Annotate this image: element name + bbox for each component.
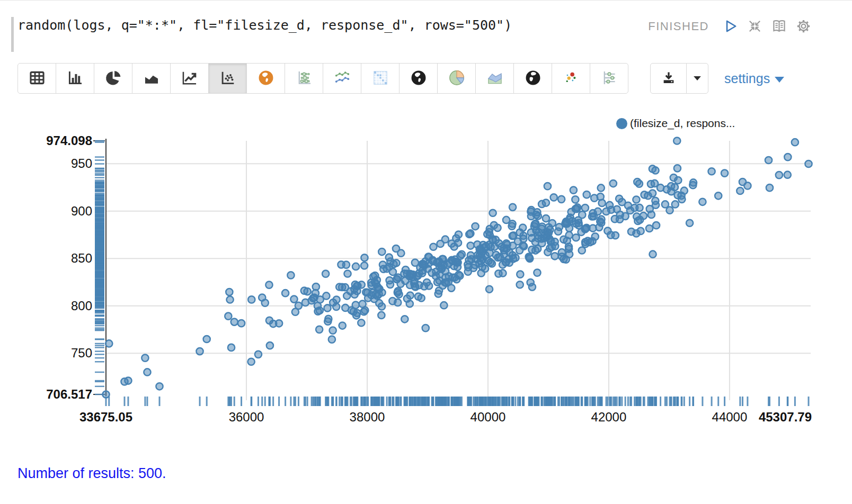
settings-toggle[interactable]: settings (724, 63, 784, 94)
chart-type-bubble-matrix-button[interactable] (285, 63, 323, 94)
code-editor[interactable]: random(logs, q="*:*", fl="filesize_d, re… (0, 0, 852, 63)
line-chart-icon (181, 69, 199, 88)
globe-orange-icon (257, 69, 275, 88)
svg-text:800: 800 (71, 299, 92, 313)
chart-type-multi-line-button[interactable] (323, 63, 361, 94)
chart-type-area-colored-button[interactable] (475, 63, 514, 94)
download-icon (661, 70, 677, 87)
download-split-button (650, 63, 708, 94)
plot-canvas[interactable]: 974.098950900850800750706.51733675.05360… (0, 94, 852, 433)
svg-text:38000: 38000 (350, 410, 385, 424)
gear-icon[interactable] (795, 18, 812, 34)
chevron-down-icon (775, 77, 784, 83)
status-badge: FINISHED (648, 20, 709, 33)
svg-text:900: 900 (71, 204, 92, 218)
chart-type-globe-orange-button[interactable] (246, 63, 285, 94)
svg-text:45307.79: 45307.79 (759, 410, 812, 424)
chart-type-heatmap-grid-button[interactable] (361, 63, 400, 94)
paragraph-controls: FINISHED (648, 18, 812, 34)
globe-black-icon (410, 69, 428, 88)
legend-label: (filesize_d, respons... (630, 117, 735, 130)
multi-line-icon (333, 69, 351, 88)
pie-colored-icon (448, 69, 466, 88)
legend[interactable]: (filesize_d, respons... (616, 117, 735, 130)
bubble-matrix-icon (295, 69, 313, 88)
download-button[interactable] (650, 63, 687, 94)
visualization-toolbar: settings (0, 63, 852, 94)
parallel-sliders-icon (600, 69, 618, 88)
chart-type-globe-black-button[interactable] (399, 63, 438, 94)
chart-type-table-button[interactable] (17, 63, 56, 94)
svg-text:706.517: 706.517 (46, 387, 92, 401)
scatter-plot: 974.098950900850800750706.51733675.05360… (0, 94, 852, 433)
svg-text:974.098: 974.098 (46, 133, 92, 148)
book-icon[interactable] (771, 18, 787, 34)
scatter-chart-icon (219, 69, 237, 88)
scatter-colored-icon (562, 69, 580, 88)
area-chart-icon (143, 69, 161, 88)
chart-type-area-chart-button[interactable] (132, 63, 171, 94)
chart-type-globe-black-2-button[interactable] (513, 63, 552, 94)
compress-icon[interactable] (747, 18, 763, 34)
area-colored-icon (486, 69, 504, 88)
svg-text:950: 950 (71, 156, 92, 170)
code-line[interactable]: random(logs, q="*:*", fl="filesize_d, re… (17, 17, 512, 33)
chart-type-pie-chart-button[interactable] (94, 63, 132, 94)
globe-black-2-icon (524, 69, 542, 88)
svg-text:33675.05: 33675.05 (79, 410, 132, 424)
play-icon[interactable] (722, 18, 739, 34)
svg-text:44000: 44000 (712, 410, 748, 424)
chart-type-bar-chart-button[interactable] (56, 63, 94, 94)
table-icon (28, 69, 46, 88)
chart-type-scatter-chart-button[interactable] (208, 63, 247, 94)
svg-text:750: 750 (71, 346, 92, 360)
chart-type-scatter-colored-button[interactable] (552, 63, 590, 94)
download-caret-button[interactable] (686, 63, 708, 94)
editor-gutter (11, 17, 14, 52)
caret-down-icon (689, 70, 705, 87)
bar-chart-icon (66, 69, 84, 88)
chart-type-pie-colored-button[interactable] (437, 63, 476, 94)
svg-text:36000: 36000 (229, 410, 264, 424)
results-count: Number of results: 500. (17, 465, 852, 482)
svg-text:40000: 40000 (471, 410, 506, 424)
chart-type-line-chart-button[interactable] (170, 63, 209, 94)
svg-text:42000: 42000 (591, 410, 627, 424)
heatmap-grid-icon (371, 69, 389, 88)
chart-type-parallel-sliders-button[interactable] (590, 63, 628, 94)
zeppelin-paragraph: random(logs, q="*:*", fl="filesize_d, re… (0, 0, 852, 504)
svg-text:850: 850 (71, 251, 92, 265)
settings-label: settings (724, 71, 770, 86)
pie-chart-icon (104, 69, 122, 88)
chart-type-toolbar (17, 63, 628, 94)
legend-dot (616, 118, 627, 129)
